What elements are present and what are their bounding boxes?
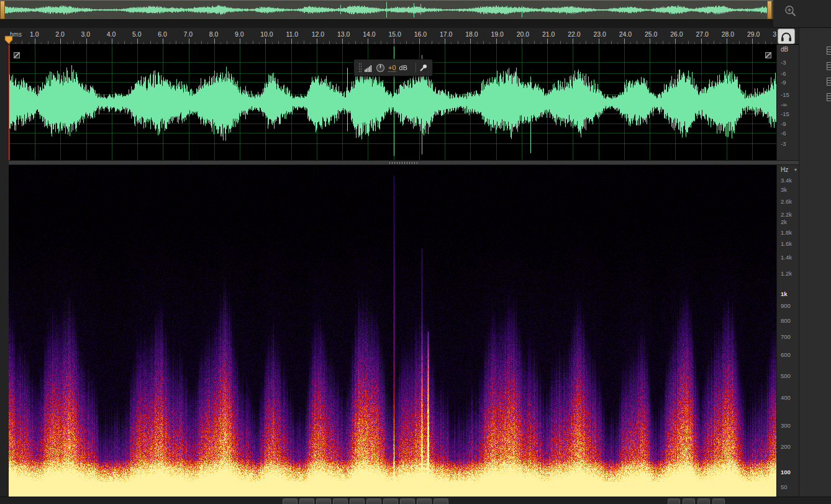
gain-value[interactable]: +0 [388,64,396,72]
zoom-button[interactable] [712,498,725,504]
scale-menu-caret-icon[interactable]: ▾ [794,167,797,173]
ruler-tick [137,38,138,44]
transport-button[interactable] [350,498,365,504]
ruler-tick-label: 12.0 [312,30,324,38]
frequency-scale[interactable]: Hz ▾ 3.4k3k2.6k2.2k2k1.8k1.6k1.4k1.2k1k9… [776,165,799,497]
transport-button[interactable] [316,498,331,504]
scale-tick-label: 3.4k [781,177,792,184]
timeline-ruler[interactable]: hms 1.02.03.04.05.06.07.08.09.010.011.01… [9,28,776,45]
gain-knob-icon[interactable] [376,63,385,73]
selection-grip-left-icon[interactable] [14,52,20,58]
ruler-tick [41,42,42,44]
headphones-icon [780,31,792,42]
transport-button[interactable] [383,498,398,504]
playhead-marker[interactable] [4,35,14,45]
ruler-tick [489,42,490,44]
overview-right-handle[interactable] [767,1,772,19]
transport-button[interactable] [283,498,297,504]
ruler-tick [547,38,548,44]
ruler-tick [611,41,612,44]
ruler-tick [29,42,29,44]
ruler-tick [214,38,215,44]
scale-tick-label: -3 [781,59,786,66]
overview-left-handle[interactable] [0,1,5,19]
volume-bars-icon[interactable] [365,64,373,72]
ruler-tick [534,41,535,44]
ruler-tick [458,41,458,44]
selection-grip-right-icon[interactable] [765,52,771,58]
ruler-tick [522,38,522,44]
ruler-tick [579,42,580,44]
transport-cluster [283,498,448,504]
ruler-tick [163,38,163,44]
dock-panel-icon[interactable] [827,78,831,86]
ruler-tick-label: 20.0 [517,30,529,38]
ruler-tick-label: 3.0 [81,30,91,38]
zoom-button[interactable] [683,498,695,504]
volume-hud[interactable]: +0 dB [353,59,433,76]
transport-button[interactable] [299,498,314,504]
scale-tick-label: 2.2k [781,211,792,218]
transport-button[interactable] [366,498,381,504]
ruler-tick [86,38,87,44]
ruler-tick [323,42,324,44]
transport-button[interactable] [417,498,432,504]
ruler-tick [329,41,330,44]
ruler-tick [733,42,733,44]
ruler-tick-label: 8.0 [209,30,219,38]
overview-waveform-canvas[interactable] [5,1,767,19]
scale-tick-label: 1.2k [781,270,792,277]
hud-drag-grip-icon[interactable] [358,63,361,73]
audio-editor-window: hms 1.02.03.04.05.06.07.08.09.010.011.01… [0,0,831,504]
monitor-button[interactable] [778,29,795,44]
transport-button[interactable] [333,498,348,504]
dock-panel-icon[interactable] [827,47,831,55]
dock-panel-icon[interactable] [827,93,831,101]
dock-panel-icon[interactable] [827,62,831,70]
ruler-tick [419,38,420,44]
ruler-tick [348,42,349,44]
ruler-tick-label: 1.0 [30,30,39,38]
gap-row [0,20,773,28]
pin-icon[interactable] [419,63,428,72]
overview-scrollbar[interactable] [0,0,773,20]
spectrogram-canvas[interactable] [9,165,776,497]
ruler-tick-label: 5.0 [132,30,142,38]
zoom-cluster [668,498,725,504]
ruler-tick [694,42,695,44]
ruler-tick [99,41,99,44]
scale-tick-label: -9 [781,120,786,127]
ruler-tick [701,38,702,44]
scale-tick-label: -15 [781,91,789,98]
ruler-tick [375,42,375,44]
ruler-tick-label: 26.0 [670,30,683,38]
scale-tick-label: -9 [781,79,786,86]
panel-splitter[interactable] [9,160,799,165]
splitter-grip-icon[interactable] [389,162,418,164]
ruler-tick [707,42,708,44]
transport-button[interactable] [400,498,415,504]
scale-tick-label: 500 [781,372,791,379]
ruler-tick [112,38,112,44]
ruler-tick-label: 24.0 [619,30,632,38]
ruler-tick-label: 7.0 [184,30,193,38]
zoom-icon[interactable] [784,4,799,19]
ruler-tick [291,38,292,44]
ruler-tick [496,38,497,44]
zoom-button[interactable] [697,498,710,504]
spectrogram-panel[interactable] [9,165,776,497]
ruler-tick [297,42,298,44]
ruler-tick [246,42,247,44]
scale-tick-label: 50 [781,484,788,490]
transport-button[interactable] [434,498,448,504]
scale-tick-label: 900 [781,302,791,309]
ruler-tick [207,42,208,44]
amplitude-scale[interactable]: dB -3-6-9-15-∞-15-9-6-3 [776,45,799,160]
ruler-tick-label: 9.0 [235,30,244,38]
zoom-button[interactable] [668,498,680,504]
scale-tick-label: 2k [781,218,787,225]
ruler-tick [406,41,407,44]
ruler-tick [48,41,48,44]
ruler-tick [54,42,55,44]
ruler-tick [150,41,151,44]
